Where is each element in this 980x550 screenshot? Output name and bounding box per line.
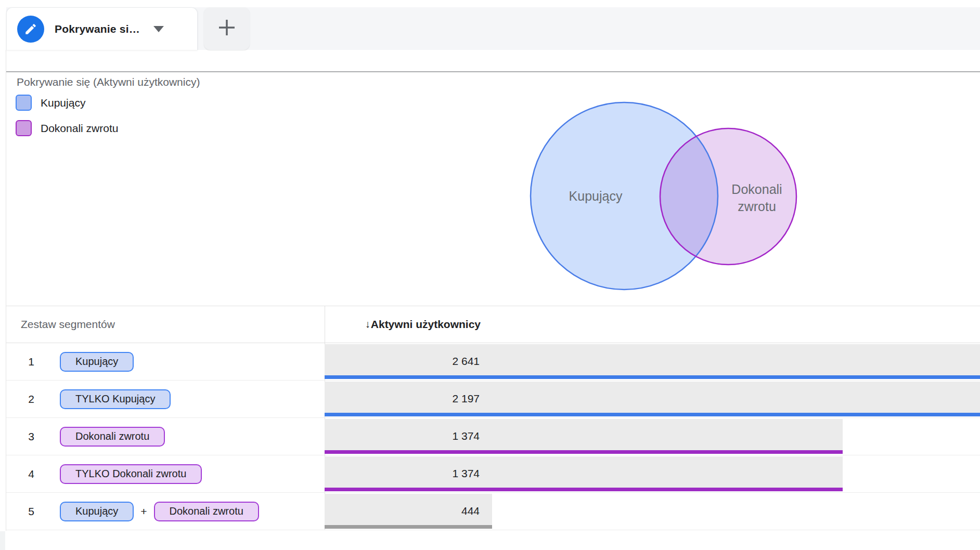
venn-label-kupujacy: Kupujący	[544, 188, 648, 205]
segment-chips: Kupujący+Dokonali zwrotu	[60, 493, 259, 530]
tab-pokrywanie-sie[interactable]: Pokrywanie si…	[6, 7, 198, 50]
plus-icon	[216, 17, 237, 40]
segment-chips: Dokonali zwrotu	[60, 418, 165, 455]
row-number: 5	[19, 493, 44, 530]
column-header-active-users[interactable]: ↓Aktywni użytkownicy	[325, 306, 481, 343]
value-text[interactable]: 444	[325, 493, 480, 529]
value-text[interactable]: 2 197	[325, 381, 480, 416]
table-row: 4 TYLKO Dokonali zwrotu 1 374	[6, 455, 980, 493]
segment-chip[interactable]: Dokonali zwrotu	[60, 427, 165, 447]
table-body: 1 Kupujący 2 641 2 TYLKO Kupujący 2 197 …	[6, 343, 980, 530]
table-row: 3 Dokonali zwrotu 1 374	[6, 418, 980, 455]
segment-chips: Kupujący	[60, 343, 134, 380]
venn-label-dokonali-zwrotu: Dokonali zwrotu	[718, 181, 796, 215]
table-row: 2 TYLKO Kupujący 2 197	[6, 381, 980, 418]
row-number: 2	[19, 381, 44, 417]
segment-chip[interactable]: Dokonali zwrotu	[154, 502, 259, 521]
segment-chips: TYLKO Dokonali zwrotu	[60, 455, 202, 492]
row-number: 4	[19, 455, 44, 492]
column-header-segment-set: Zestaw segmentów	[21, 306, 115, 343]
segment-chips: TYLKO Kupujący	[60, 381, 171, 417]
value-text[interactable]: 1 374	[325, 455, 480, 491]
table-row: 1 Kupujący 2 641	[6, 343, 980, 381]
row-number: 1	[19, 343, 44, 380]
tab-label: Pokrywanie si…	[55, 23, 140, 35]
value-text[interactable]: 2 641	[325, 343, 480, 379]
segment-chip[interactable]: TYLKO Kupujący	[60, 389, 171, 409]
table-row: 5 Kupujący+Dokonali zwrotu 444	[6, 493, 980, 530]
row-number: 3	[19, 418, 44, 455]
sort-desc-icon: ↓	[365, 318, 370, 330]
table-header: Zestaw segmentów ↓Aktywni użytkownicy	[6, 306, 980, 343]
segment-chip[interactable]: Kupujący	[60, 502, 134, 521]
segment-separator: +	[140, 505, 147, 518]
value-text[interactable]: 1 374	[325, 418, 480, 454]
explorations-canvas: Pokrywanie si… Pokrywanie się (Aktywni u…	[0, 0, 980, 550]
add-tab-button[interactable]	[204, 7, 250, 50]
segment-chip[interactable]: Kupujący	[60, 352, 134, 372]
bottom-edge-strip	[0, 531, 5, 550]
segment-chip[interactable]: TYLKO Dokonali zwrotu	[60, 464, 202, 484]
pencil-icon	[17, 16, 44, 43]
chevron-down-icon[interactable]	[153, 26, 164, 32]
column-header-label: Aktywni użytkownicy	[371, 318, 481, 330]
